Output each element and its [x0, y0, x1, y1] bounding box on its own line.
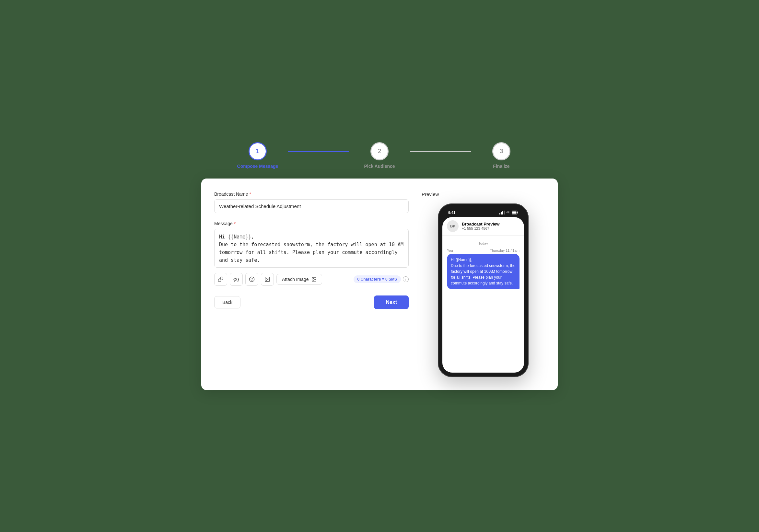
- phone-mockup: 9:41: [438, 204, 529, 377]
- svg-rect-12: [512, 211, 517, 213]
- phone-notch: 9:41: [442, 208, 524, 217]
- step-1-label: Compose Message: [237, 164, 278, 169]
- chat-meta: You Thursday 11:41am: [447, 248, 520, 252]
- step-1-circle: 1: [249, 142, 267, 160]
- variable-icon-button[interactable]: {x}: [230, 273, 243, 286]
- main-card: Broadcast Name * Message *: [201, 178, 558, 390]
- svg-rect-13: [518, 212, 518, 213]
- message-field: Message *: [214, 221, 409, 269]
- preview-section: Preview 9:41: [421, 191, 545, 377]
- chat-contact-info: Broadcast Preview +1-555-123-4567: [462, 222, 499, 230]
- svg-point-0: [250, 277, 255, 282]
- link-icon-button[interactable]: [214, 273, 227, 286]
- step-3-circle: 3: [492, 142, 510, 160]
- action-buttons: Back Next: [214, 295, 409, 309]
- message-label: Message *: [214, 221, 409, 226]
- svg-rect-10: [504, 210, 505, 214]
- chat-date-divider: Today: [447, 241, 520, 245]
- step-3-label: Finalize: [493, 164, 509, 169]
- svg-point-4: [266, 278, 267, 279]
- required-star-name: *: [249, 191, 251, 197]
- form-section: Broadcast Name * Message *: [214, 191, 409, 377]
- char-count-pill: 0 Characters = 0 SMS: [354, 275, 401, 283]
- step-3: 3 Finalize: [471, 142, 532, 169]
- chat-bubble: Hi {{Name}},Due to the forecasted snowst…: [447, 254, 520, 289]
- svg-rect-7: [499, 213, 500, 214]
- chat-sender-label: You: [447, 248, 453, 252]
- svg-rect-8: [501, 212, 502, 214]
- step-2-circle: 2: [371, 142, 388, 160]
- stepper: 1 Compose Message 2 Pick Audience 3 Fina…: [201, 142, 558, 169]
- chat-header: BP Broadcast Preview +1-555-123-4567: [442, 217, 524, 236]
- next-button[interactable]: Next: [374, 295, 409, 309]
- message-toolbar: {x}: [214, 273, 409, 286]
- char-count-info-icon[interactable]: i: [403, 276, 409, 282]
- preview-label: Preview: [421, 191, 545, 197]
- emoji-icon-button[interactable]: [245, 273, 258, 286]
- broadcast-name-field: Broadcast Name *: [214, 191, 409, 221]
- svg-rect-9: [502, 211, 503, 214]
- connector-2: [410, 151, 471, 152]
- phone-screen: BP Broadcast Preview +1-555-123-4567 Tod…: [442, 217, 524, 373]
- phone-status-time: 9:41: [448, 210, 455, 214]
- image-attach-icon-button[interactable]: [261, 273, 274, 286]
- chat-avatar: BP: [447, 220, 459, 232]
- connector-1: [288, 151, 349, 152]
- broadcast-name-input[interactable]: [214, 199, 409, 213]
- char-count-area: 0 Characters = 0 SMS i: [354, 275, 409, 283]
- chat-body: Today You Thursday 11:41am Hi {{Name}},D…: [442, 236, 524, 293]
- phone-wrapper: 9:41: [421, 204, 545, 377]
- chat-contact-number: +1-555-123-4567: [462, 226, 499, 230]
- broadcast-name-label: Broadcast Name *: [214, 191, 409, 197]
- phone-status-icons: [499, 210, 518, 214]
- step-1: 1 Compose Message: [227, 142, 288, 169]
- step-2: 2 Pick Audience: [349, 142, 410, 169]
- attach-image-button[interactable]: Attach Image: [276, 274, 322, 285]
- step-2-label: Pick Audience: [364, 164, 395, 169]
- back-button[interactable]: Back: [214, 296, 240, 308]
- required-star-message: *: [234, 221, 236, 226]
- message-textarea[interactable]: [214, 229, 409, 268]
- chat-contact-name: Broadcast Preview: [462, 222, 499, 226]
- svg-point-6: [313, 278, 313, 279]
- chat-message-time: Thursday 11:41am: [490, 248, 520, 252]
